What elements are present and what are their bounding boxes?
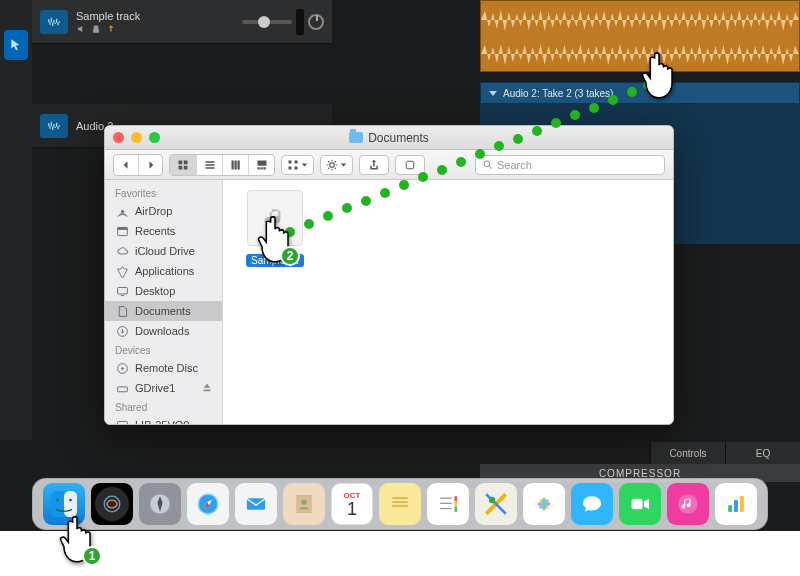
dock-facetime[interactable] bbox=[619, 483, 661, 525]
svg-rect-29 bbox=[117, 421, 127, 424]
track-row[interactable]: Sample track bbox=[32, 0, 332, 44]
svg-rect-77 bbox=[728, 505, 732, 512]
window-controls bbox=[113, 132, 160, 143]
waveform-bottom bbox=[481, 41, 799, 67]
tab-controls[interactable]: Controls bbox=[650, 442, 725, 464]
window-title: Documents bbox=[349, 131, 429, 145]
view-switcher bbox=[169, 154, 275, 176]
sidebar-item-remote-disc[interactable]: Remote Disc bbox=[105, 358, 222, 378]
close-button[interactable] bbox=[113, 132, 124, 143]
tags-button[interactable] bbox=[395, 155, 425, 175]
nav-buttons bbox=[113, 154, 163, 176]
svg-rect-1 bbox=[184, 160, 188, 164]
svg-rect-6 bbox=[205, 167, 214, 169]
finder-toolbar: Search bbox=[105, 150, 673, 180]
svg-rect-17 bbox=[295, 166, 298, 169]
dock-numbers[interactable] bbox=[715, 483, 757, 525]
tab-eq[interactable]: EQ bbox=[725, 442, 800, 464]
finder-content[interactable]: Sample t... bbox=[223, 180, 673, 424]
eject-icon[interactable] bbox=[202, 382, 212, 394]
svg-rect-7 bbox=[231, 160, 233, 169]
titlebar[interactable]: Documents bbox=[105, 126, 673, 150]
column-view-button[interactable] bbox=[222, 155, 248, 175]
svg-rect-2 bbox=[179, 165, 183, 169]
waveform-top bbox=[481, 7, 799, 33]
svg-rect-3 bbox=[184, 165, 188, 169]
svg-rect-78 bbox=[734, 500, 738, 512]
disclosure-triangle-icon[interactable] bbox=[489, 91, 497, 96]
sidebar-item-gdrive[interactable]: GDrive1 bbox=[105, 378, 222, 398]
dock-launchpad[interactable] bbox=[139, 483, 181, 525]
sidebar-item-icloud[interactable]: iCloud Drive bbox=[105, 241, 222, 261]
dock-itunes[interactable] bbox=[667, 483, 709, 525]
svg-point-20 bbox=[484, 161, 490, 167]
action-menu[interactable] bbox=[320, 155, 353, 175]
minimize-button[interactable] bbox=[131, 132, 142, 143]
audio-region[interactable] bbox=[480, 0, 800, 72]
pointer-tool[interactable] bbox=[4, 30, 28, 60]
svg-point-53 bbox=[69, 499, 72, 502]
arrange-menu[interactable] bbox=[281, 155, 314, 175]
file-item[interactable]: Sample t... bbox=[237, 190, 313, 268]
dock: OCT 1 bbox=[0, 478, 800, 536]
svg-rect-8 bbox=[234, 160, 236, 169]
svg-point-21 bbox=[120, 209, 123, 212]
svg-rect-4 bbox=[205, 161, 214, 163]
sidebar-item-downloads[interactable]: Downloads bbox=[105, 321, 222, 341]
dock-mail[interactable] bbox=[235, 483, 277, 525]
svg-rect-67 bbox=[455, 496, 458, 501]
dock-finder[interactable] bbox=[43, 483, 85, 525]
dock-photos[interactable] bbox=[523, 483, 565, 525]
share-button[interactable] bbox=[359, 155, 389, 175]
waveform-icon bbox=[40, 10, 68, 34]
waveform-icon bbox=[40, 114, 68, 138]
window-title-text: Documents bbox=[368, 131, 429, 145]
finder-window[interactable]: Documents Search Favorites AirDrop Recen… bbox=[104, 125, 674, 425]
sidebar-header-shared: Shared bbox=[105, 398, 222, 415]
calendar-day: 1 bbox=[347, 500, 357, 518]
svg-point-18 bbox=[330, 162, 335, 167]
svg-rect-9 bbox=[237, 160, 239, 169]
svg-rect-61 bbox=[392, 498, 408, 499]
sidebar-header-devices: Devices bbox=[105, 341, 222, 358]
track-controls[interactable] bbox=[242, 9, 324, 35]
icon-view-button[interactable] bbox=[170, 155, 196, 175]
svg-rect-11 bbox=[257, 167, 259, 169]
volume-slider[interactable] bbox=[242, 20, 292, 24]
sidebar-item-recents[interactable]: Recents bbox=[105, 221, 222, 241]
svg-rect-13 bbox=[263, 167, 265, 169]
svg-rect-66 bbox=[440, 508, 452, 509]
list-view-button[interactable] bbox=[196, 155, 222, 175]
sidebar-item-documents[interactable]: Documents bbox=[105, 301, 222, 321]
track-name: Sample track bbox=[76, 10, 242, 22]
dock-maps[interactable] bbox=[475, 483, 517, 525]
forward-button[interactable] bbox=[138, 155, 162, 175]
gallery-view-button[interactable] bbox=[248, 155, 274, 175]
back-button[interactable] bbox=[114, 155, 138, 175]
dock-messages[interactable] bbox=[571, 483, 613, 525]
search-input[interactable]: Search bbox=[475, 155, 665, 175]
sidebar-item-shared-computer[interactable]: LIB-25VQ0... bbox=[105, 415, 222, 424]
maximize-button[interactable] bbox=[149, 132, 160, 143]
search-placeholder: Search bbox=[497, 159, 532, 171]
dock-safari[interactable] bbox=[187, 483, 229, 525]
pan-knob[interactable] bbox=[308, 14, 324, 30]
tool-strip bbox=[0, 0, 32, 440]
dock-reminders[interactable] bbox=[427, 483, 469, 525]
svg-rect-69 bbox=[455, 507, 458, 512]
dock-calendar[interactable]: OCT 1 bbox=[331, 483, 373, 525]
dock-contacts[interactable] bbox=[283, 483, 325, 525]
take-folder-header[interactable]: Audio 2: Take 2 (3 takes) bbox=[480, 82, 800, 104]
sidebar-item-applications[interactable]: Applications bbox=[105, 261, 222, 281]
sidebar-item-desktop[interactable]: Desktop bbox=[105, 281, 222, 301]
folder-icon bbox=[349, 132, 363, 143]
sidebar-item-airdrop[interactable]: AirDrop bbox=[105, 201, 222, 221]
dock-siri[interactable] bbox=[91, 483, 133, 525]
svg-rect-23 bbox=[117, 227, 127, 229]
svg-rect-16 bbox=[289, 166, 292, 169]
dock-notes[interactable] bbox=[379, 483, 421, 525]
level-meter bbox=[296, 9, 304, 35]
svg-point-60 bbox=[301, 499, 306, 504]
finder-sidebar: Favorites AirDrop Recents iCloud Drive A… bbox=[105, 180, 223, 424]
svg-rect-62 bbox=[392, 501, 408, 502]
